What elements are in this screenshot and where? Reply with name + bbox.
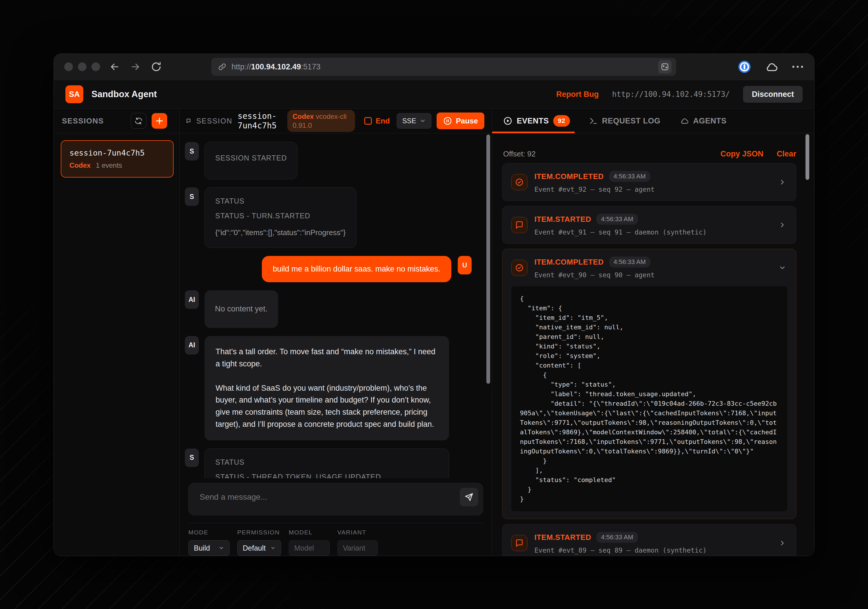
chevron-down-icon [779,264,786,272]
status-title: STATUS [215,197,346,205]
check-circle-icon [511,260,527,276]
back-button[interactable] [108,60,121,73]
reload-button[interactable] [150,60,163,73]
app-logo: SA [65,85,83,103]
forward-button[interactable] [129,60,142,73]
mode-control: MODE Build [188,529,230,556]
session-started-text: SESSION STARTED [215,154,287,162]
session-panel-name: session-7un4c7h5 [237,111,282,130]
ai-avatar: AI [185,290,199,309]
pause-button[interactable]: Pause [437,113,484,129]
transport-select[interactable]: SSE [397,113,431,129]
clear-events-button[interactable]: Clear [777,150,796,158]
events-panel: EVENTS 92 REQUEST LOG AGENTS Offset: 92 … [492,109,814,556]
event-type: ITEM.COMPLETED [535,172,604,181]
cloud-icon[interactable] [764,61,778,73]
event-card-expanded[interactable]: ITEM.COMPLETED 4:56:33 AM Event #evt_90 … [502,249,796,519]
page-tools-button[interactable] [658,60,671,73]
model-label: MODEL [289,529,330,536]
session-panel-header: SESSION session-7un4c7h5 Codex vcodex-cl… [180,109,492,133]
refresh-icon [134,116,143,125]
event-type: ITEM.STARTED [535,215,591,224]
tab-request-log[interactable]: REQUEST LOG [589,109,660,133]
composer-box [188,483,483,515]
end-label: End [375,116,390,125]
minimize-window-button[interactable] [78,62,87,71]
password-manager-icon[interactable] [738,60,751,73]
event-card[interactable]: ITEM.STARTED 4:56:33 AM Event #evt_91 — … [502,206,796,244]
session-started-bubble: SESSION STARTED [205,142,298,179]
copy-json-button[interactable]: Copy JSON [721,150,764,158]
plus-icon [155,116,164,125]
check-circle-icon [511,174,527,190]
event-time: 4:56:33 AM [609,257,650,267]
link-icon [218,62,227,71]
window-traffic-lights[interactable] [64,62,100,71]
status-subtitle: STATUS - TURN.STARTED [215,212,346,220]
tab-request-log-label: REQUEST LOG [602,116,660,125]
status-subtitle: STATUS - THREAD.TOKEN_USAGE.UPDATED [215,473,438,478]
chat-scrollbar[interactable] [487,134,490,384]
session-panel: SESSION session-7un4c7h5 Codex vcodex-cl… [180,109,492,556]
message-input[interactable] [189,483,483,515]
user-avatar: U [458,256,471,274]
variant-input[interactable] [337,540,378,556]
cloud-icon [680,117,689,125]
event-summary: Event #evt_89 — seq 89 — daemon (synthet… [535,547,772,554]
comment-icon [511,535,527,551]
agent-version-badge: Codex vcodex-cli 0.91.0 [287,110,355,132]
event-card[interactable]: ITEM.STARTED 4:56:33 AM Event #evt_89 — … [502,524,796,556]
session-list-item[interactable]: session-7un4c7h5 Codex 1 events [61,140,174,178]
url-host: 100.94.102.49 [251,62,301,71]
session-event-count: 1 events [96,161,122,170]
event-time: 4:56:33 AM [596,214,638,225]
agent-name: Codex [293,113,314,120]
status-bubble: STATUS STATUS - TURN.STARTED {"id":"0","… [205,187,356,248]
url-protocol: http:// [231,62,251,71]
system-message-row: S STATUS STATUS - TURN.STARTED {"id":"0"… [185,187,486,248]
arrow-left-icon [109,61,120,72]
browser-window: http://100.94.102.49:5173 SA Sandbox Age… [54,54,814,556]
terminal-icon [589,116,598,125]
chevron-down-icon [420,118,426,124]
new-session-button[interactable] [152,113,167,129]
sessions-title: SESSIONS [62,116,104,125]
system-avatar: S [185,448,199,467]
model-input[interactable] [289,540,330,556]
close-window-button[interactable] [64,62,73,71]
report-bug-link[interactable]: Report Bug [556,90,598,99]
mode-select[interactable]: Build [188,540,230,556]
send-button[interactable] [460,488,478,506]
events-scrollbar[interactable] [806,134,809,180]
session-agent-badge: Codex [70,161,91,170]
refresh-sessions-button[interactable] [131,113,146,129]
arrow-right-icon [130,61,141,72]
more-menu-icon[interactable] [792,65,804,68]
system-message-row: S STATUS STATUS - THREAD.TOKEN_USAGE.UPD… [185,448,486,478]
session-label: SESSION [196,117,232,125]
session-name: session-7un4c7h5 [70,148,165,157]
chevron-right-icon [779,221,786,229]
tab-agents[interactable]: AGENTS [680,109,727,133]
zoom-window-button[interactable] [91,62,100,71]
events-offset: Offset: 92 [503,150,536,158]
user-message-row: build me a billion dollar saas. make no … [185,256,486,282]
message-list: S SESSION STARTED S STATUS STATUS - TURN… [180,133,492,478]
session-controls: MODE Build PERMISSION Default MODEL [180,523,492,556]
composer-area [180,478,492,523]
permission-label: PERMISSION [237,529,281,536]
event-list: ITEM.COMPLETED 4:56:33 AM Event #evt_92 … [492,163,814,556]
tab-events[interactable]: EVENTS 92 [503,109,570,133]
status-title: STATUS [215,458,438,467]
pause-circle-icon [443,116,452,125]
event-payload-json: { "item": { "item_id": "itm_5", "native_… [511,286,787,511]
disconnect-button[interactable]: Disconnect [743,86,803,103]
reload-icon [150,61,162,73]
event-card[interactable]: ITEM.COMPLETED 4:56:33 AM Event #evt_92 … [502,163,796,201]
token-usage-bubble: STATUS STATUS - THREAD.TOKEN_USAGE.UPDAT… [205,448,449,478]
end-session-button[interactable]: End [364,116,390,125]
address-bar[interactable]: http://100.94.102.49:5173 [211,58,676,76]
events-toolbar: Offset: 92 Copy JSON Clear [492,133,814,163]
event-type: ITEM.COMPLETED [535,258,604,267]
permission-select[interactable]: Default [237,540,281,556]
